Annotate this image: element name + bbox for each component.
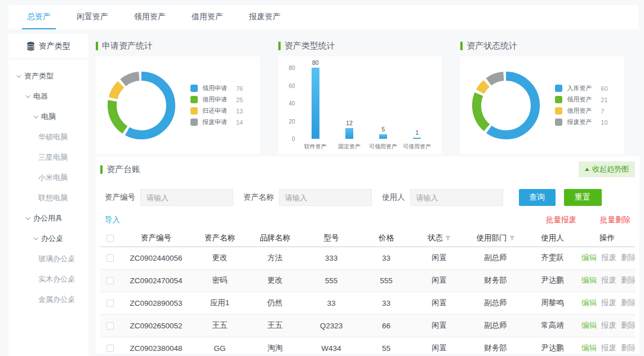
column-header-label: 状态 (428, 234, 443, 242)
query-button[interactable]: 查询 (519, 189, 556, 206)
chart-title-text: 申请资产统计 (102, 41, 153, 51)
tree-item-label: 实木办公桌 (38, 274, 75, 284)
chevron-down-icon (25, 215, 30, 219)
cell-3: 33 (303, 292, 359, 314)
scrap-link[interactable]: 报废 (601, 276, 616, 284)
delete-link[interactable]: 删除 (621, 298, 635, 307)
search-input-2[interactable] (410, 189, 503, 206)
cell-6: 财务部 (465, 269, 526, 292)
funnel-icon[interactable] (509, 235, 515, 241)
tree-item-5[interactable]: 小米电脑 (8, 168, 88, 188)
legend-label: 归还申请 (202, 107, 236, 115)
tree-item-8[interactable]: 办公桌 (8, 228, 88, 249)
chart-panel-1: 资产类型统计02040608080软件资产12固定资产5可领用资产1可借用资产 (278, 34, 442, 154)
tab-4[interactable]: 报废资产 (244, 5, 286, 29)
tab-3[interactable]: 借用资产 (186, 5, 228, 29)
row-checkbox[interactable] (106, 254, 114, 262)
legend-item: 领用资产21 (555, 95, 607, 104)
column-header-7: 使用部门 (465, 230, 526, 247)
reset-button[interactable]: 重置 (564, 189, 602, 206)
tree-item-label: 三星电脑 (38, 152, 68, 162)
table-row: ZC0902470054密码更改555555闲置财务部尹达鹏编辑报废删除 (100, 269, 635, 292)
tree-item-6[interactable]: 联想电脑 (8, 188, 88, 208)
tree-item-10[interactable]: 实木办公桌 (8, 269, 88, 289)
tree-item-label: 玻璃办公桌 (38, 254, 75, 264)
legend-swatch-icon (190, 118, 198, 126)
cell-0: ZC0902470054 (119, 269, 193, 292)
funnel-icon[interactable] (445, 235, 451, 241)
section-bar-icon (460, 42, 463, 50)
edit-link[interactable]: 编辑 (581, 321, 597, 329)
tree-item-9[interactable]: 玻璃办公桌 (8, 249, 88, 269)
y-axis-tick: 60 (283, 83, 295, 89)
chevron-down-icon (25, 93, 30, 98)
tree-item-label: 电器 (33, 91, 48, 102)
legend-item: 报废资产10 (555, 118, 607, 126)
column-header-label: 操作 (599, 234, 615, 242)
search-input-1[interactable] (279, 189, 372, 206)
legend-item: 归还申请13 (190, 107, 243, 115)
tab-0[interactable]: 总资产 (22, 5, 56, 29)
edit-link[interactable]: 编辑 (581, 276, 597, 284)
table-header-row: 资产编号资产名称品牌名称型号价格状态使用部门使用人操作 (100, 230, 635, 247)
cell-2: 王五 (247, 314, 303, 337)
tree-item-0[interactable]: 资产类型 (8, 66, 88, 86)
chart-title-text: 资产类型统计 (285, 41, 335, 51)
edit-link[interactable]: 编辑 (581, 298, 597, 307)
batch-delete-link[interactable]: 批量删除 (600, 215, 630, 225)
edit-link[interactable]: 编辑 (581, 253, 597, 262)
select-all-checkbox[interactable] (106, 235, 114, 242)
cell-4: 555 (359, 269, 413, 292)
delete-link[interactable]: 删除 (621, 253, 635, 262)
section-bar-icon (100, 165, 103, 174)
import-link[interactable]: 导入 (105, 215, 120, 225)
cell-5: 闲置 (413, 292, 465, 314)
legend-swatch-icon (190, 96, 198, 103)
cell-5: 闲置 (413, 247, 465, 269)
tree-item-11[interactable]: 金属办公桌 (8, 289, 88, 310)
search-input-0[interactable] (140, 189, 233, 206)
tab-1[interactable]: 闲置资产 (72, 5, 113, 29)
tree-item-3[interactable]: 华硕电脑 (8, 127, 88, 147)
section-bar-icon (278, 42, 281, 50)
scrap-link[interactable]: 报废 (601, 344, 616, 352)
legend-label: 入库资产 (567, 84, 601, 93)
scrap-link[interactable]: 报废 (601, 298, 616, 307)
tree-item-4[interactable]: 三星电脑 (8, 147, 88, 168)
cell-2: 方法 (247, 247, 303, 269)
batch-scrap-link[interactable]: 批量报废 (546, 215, 576, 225)
delete-link[interactable]: 删除 (621, 321, 635, 329)
main-content: 申请资产统计领用申请76借用申请25归还申请13报废申请14资产类型统计0204… (96, 34, 644, 354)
column-header-3: 品牌名称 (247, 230, 303, 247)
row-checkbox[interactable] (106, 277, 114, 284)
edit-link[interactable]: 编辑 (581, 344, 597, 352)
asset-type-tree: 资产类型电器电脑华硕电脑三星电脑小米电脑联想电脑办公用具办公桌玻璃办公桌实木办公… (8, 59, 88, 310)
row-checkbox[interactable] (106, 345, 114, 352)
tree-item-label: 小米电脑 (38, 173, 68, 183)
legend-label: 报废申请 (202, 118, 236, 126)
scrap-link[interactable]: 报废 (601, 253, 616, 262)
chart-card: 02040608080软件资产12固定资产5可领用资产1可借用资产 (278, 56, 442, 154)
table-row: ZC0902440056更改方法33333闲置副总师齐雯跃编辑报废删除 (100, 247, 635, 269)
cell-4: 55 (359, 337, 413, 354)
tab-2[interactable]: 领用资产 (129, 5, 171, 29)
delete-link[interactable]: 删除 (621, 276, 635, 284)
bar-plot: 02040608080软件资产12固定资产5可领用资产1可借用资产 (299, 68, 434, 139)
sidebar: 资产类型 资产类型电器电脑华硕电脑三星电脑小米电脑联想电脑办公用具办公桌玻璃办公… (8, 34, 88, 356)
donut-chart (466, 65, 546, 146)
row-checkbox[interactable] (106, 300, 114, 307)
cell-6: 财务部 (465, 337, 526, 354)
legend-label: 领用资产 (567, 95, 601, 104)
legend-swatch-icon (555, 107, 562, 115)
tree-item-1[interactable]: 电器 (8, 86, 88, 107)
scrap-link[interactable]: 报废 (601, 321, 616, 329)
legend-swatch-icon (190, 107, 198, 115)
cell-5: 闲置 (413, 269, 465, 292)
tree-item-2[interactable]: 电脑 (8, 107, 88, 127)
x-axis-label: 软件资产 (304, 143, 327, 151)
cell-7: 尹达鹏 (526, 337, 579, 354)
collapse-trend-button[interactable]: 收起趋势图 (579, 161, 635, 177)
tree-item-7[interactable]: 办公用具 (8, 208, 88, 228)
row-checkbox[interactable] (106, 322, 114, 329)
delete-link[interactable]: 删除 (621, 344, 635, 352)
